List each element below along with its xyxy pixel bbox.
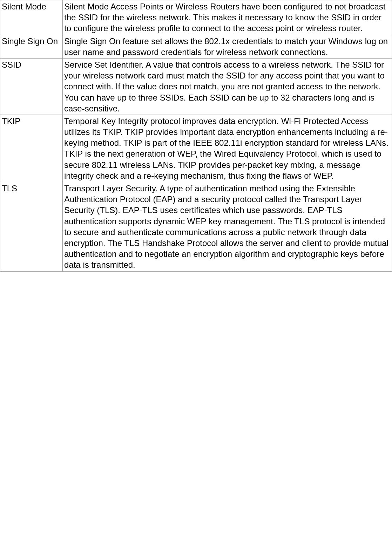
table-row: SSID Service Set Identifier. A value tha… [0,58,392,115]
table-row: TLS Transport Layer Security. A type of … [0,182,392,272]
definition-cell: Single Sign On feature set allows the 80… [63,35,392,58]
term-cell: Silent Mode [0,0,63,35]
term-cell: Single Sign On [0,35,63,58]
definition-cell: Service Set Identifier. A value that con… [63,58,392,115]
term-cell: TKIP [0,115,63,182]
table-row: Silent Mode Silent Mode Access Points or… [0,0,392,35]
definition-cell: Transport Layer Security. A type of auth… [63,182,392,272]
glossary-table: Silent Mode Silent Mode Access Points or… [0,0,392,272]
definition-cell: Silent Mode Access Points or Wireless Ro… [63,0,392,35]
glossary-body: Silent Mode Silent Mode Access Points or… [0,0,392,272]
definition-cell: Temporal Key Integrity protocol improves… [63,115,392,182]
table-row: Single Sign On Single Sign On feature se… [0,35,392,58]
term-cell: TLS [0,182,63,272]
table-row: TKIP Temporal Key Integrity protocol imp… [0,115,392,182]
term-cell: SSID [0,58,63,115]
